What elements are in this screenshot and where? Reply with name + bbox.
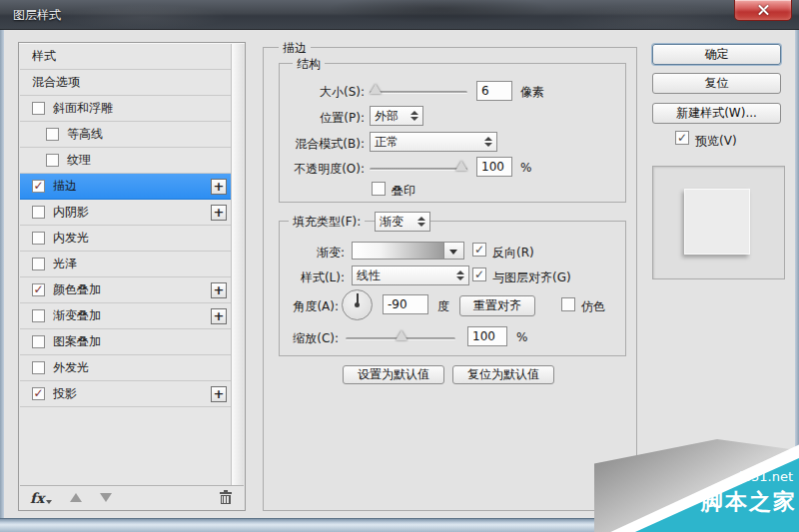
opacity-input[interactable] [476, 157, 512, 177]
set-default-button[interactable]: 设置为默认值 [343, 365, 444, 384]
gradient-picker-arrow-icon[interactable] [444, 242, 464, 260]
sidebar-item-样式[interactable]: 样式 [20, 44, 231, 70]
spinner-icon [456, 270, 464, 280]
scale-input[interactable] [467, 326, 507, 346]
fill-type-label: 填充类型(F): [289, 214, 365, 231]
blend-mode-dropdown[interactable]: 正常 [370, 132, 497, 152]
gradient-style-dropdown[interactable]: 线性 [352, 266, 469, 285]
sidebar-item-混合选项[interactable]: 混合选项 [20, 70, 231, 96]
sidebar-item-纹理[interactable]: 纹理 [20, 148, 231, 174]
preview-checkbox[interactable]: ✓ [675, 131, 689, 145]
opacity-slider[interactable] [370, 168, 467, 171]
style-enable-checkbox[interactable] [32, 102, 45, 115]
duplicate-effect-button[interactable]: + [211, 205, 227, 221]
sidebar-footer-toolbar: fx [20, 485, 244, 509]
sidebar-item-label: 图案叠加 [53, 333, 231, 350]
overprint-checkbox[interactable] [372, 182, 386, 196]
spinner-icon [417, 217, 425, 227]
sidebar-item-外发光[interactable]: 外发光 [20, 355, 231, 381]
scale-unit: % [516, 330, 527, 344]
duplicate-effect-button[interactable]: + [211, 282, 227, 298]
move-effect-down-icon[interactable] [100, 493, 112, 502]
ok-button[interactable]: 确定 [652, 44, 781, 65]
style-enable-checkbox[interactable] [32, 309, 45, 322]
sidebar-item-label: 纹理 [67, 152, 231, 169]
sidebar-item-内阴影[interactable]: 内阴影+ [20, 200, 231, 226]
preview-thumbnail [684, 189, 750, 255]
sidebar-item-label: 斜面和浮雕 [53, 100, 231, 117]
sidebar-item-label: 内阴影 [53, 204, 231, 221]
overprint-label: 叠印 [392, 183, 415, 200]
blend-mode-label: 混合模式(B): [279, 136, 365, 153]
size-label: 大小(S): [279, 84, 365, 101]
fill-type-dropdown[interactable]: 渐变 [375, 212, 430, 232]
sidebar-item-斜面和浮雕[interactable]: 斜面和浮雕 [20, 96, 231, 122]
style-enable-checkbox[interactable] [46, 128, 59, 141]
sidebar-item-投影[interactable]: ✓投影+ [20, 381, 231, 407]
size-input[interactable] [476, 81, 512, 101]
duplicate-effect-button[interactable]: + [211, 179, 227, 195]
gradient-swatch[interactable] [352, 242, 444, 260]
reset-default-button[interactable]: 复位为默认值 [452, 365, 554, 384]
sidebar-item-图案叠加[interactable]: 图案叠加 [20, 329, 231, 355]
sidebar-item-label: 渐变叠加 [53, 307, 231, 324]
structure-group-title: 结构 [293, 56, 325, 73]
style-enable-checkbox[interactable]: ✓ [32, 387, 45, 400]
scale-slider-thumb[interactable] [396, 330, 407, 340]
sidebar-item-描边[interactable]: ✓描边+ [20, 174, 231, 200]
sidebar-item-颜色叠加[interactable]: ✓颜色叠加+ [20, 277, 231, 303]
sidebar-item-渐变叠加[interactable]: 渐变叠加+ [20, 303, 231, 329]
position-label: 位置(P): [279, 110, 365, 127]
fill-type-value: 渐变 [380, 214, 411, 231]
style-enable-checkbox[interactable] [46, 154, 59, 167]
angle-input[interactable] [383, 294, 428, 314]
reset-align-button[interactable]: 重置对齐 [459, 295, 535, 316]
blend-mode-value: 正常 [375, 134, 478, 151]
style-enable-checkbox[interactable]: ✓ [32, 283, 45, 296]
sidebar-item-label: 样式 [32, 48, 231, 65]
reverse-checkbox[interactable]: ✓ [472, 243, 486, 257]
style-enable-checkbox[interactable] [32, 361, 45, 374]
fx-icon[interactable]: fx [30, 490, 44, 506]
window-border-right [795, 30, 799, 532]
angle-dial[interactable] [342, 289, 373, 320]
reverse-label: 反向(R) [492, 245, 534, 262]
move-effect-up-icon[interactable] [70, 493, 82, 502]
scale-slider[interactable] [346, 337, 455, 340]
style-list: 样式混合选项斜面和浮雕等高线纹理✓描边+内阴影+内发光光泽✓颜色叠加+渐变叠加+… [20, 44, 231, 407]
position-value: 外部 [375, 108, 404, 125]
close-button[interactable] [734, 0, 792, 21]
reset-button[interactable]: 复位 [652, 73, 781, 94]
sidebar-item-光泽[interactable]: 光泽 [20, 252, 231, 277]
sidebar-item-label: 描边 [53, 178, 231, 195]
sidebar-item-label: 外发光 [53, 359, 231, 376]
sidebar-item-内发光[interactable]: 内发光 [20, 226, 231, 252]
fx-menu-caret-icon [46, 500, 52, 504]
sidebar-item-等高线[interactable]: 等高线 [20, 122, 231, 148]
close-icon [758, 5, 769, 16]
delete-effect-icon[interactable] [220, 492, 232, 504]
style-enable-checkbox[interactable] [32, 232, 45, 245]
style-enable-checkbox[interactable] [32, 206, 45, 219]
spinner-icon [484, 137, 492, 147]
style-enable-checkbox[interactable] [32, 335, 45, 348]
opacity-label: 不透明度(O): [279, 161, 365, 178]
duplicate-effect-button[interactable]: + [211, 308, 227, 324]
styles-sidebar: 样式混合选项斜面和浮雕等高线纹理✓描边+内阴影+内发光光泽✓颜色叠加+渐变叠加+… [18, 42, 246, 511]
position-dropdown[interactable]: 外部 [370, 106, 423, 126]
sidebar-item-label: 混合选项 [32, 74, 231, 91]
title-bar[interactable]: 图层样式 [0, 0, 799, 30]
gradient-style-value: 线性 [357, 267, 450, 284]
sidebar-item-label: 投影 [53, 385, 231, 402]
new-style-button[interactable]: 新建样式(W)... [652, 103, 781, 124]
sidebar-item-label: 等高线 [67, 126, 231, 143]
dither-checkbox[interactable] [561, 297, 575, 311]
size-slider-thumb[interactable] [370, 84, 382, 94]
sidebar-scrollbar[interactable] [231, 44, 244, 487]
align-with-layer-checkbox[interactable]: ✓ [472, 267, 486, 281]
duplicate-effect-button[interactable]: + [211, 386, 227, 402]
opacity-slider-thumb[interactable] [455, 161, 467, 171]
style-enable-checkbox[interactable]: ✓ [32, 180, 45, 193]
style-enable-checkbox[interactable] [32, 258, 45, 270]
size-slider[interactable] [370, 91, 467, 94]
